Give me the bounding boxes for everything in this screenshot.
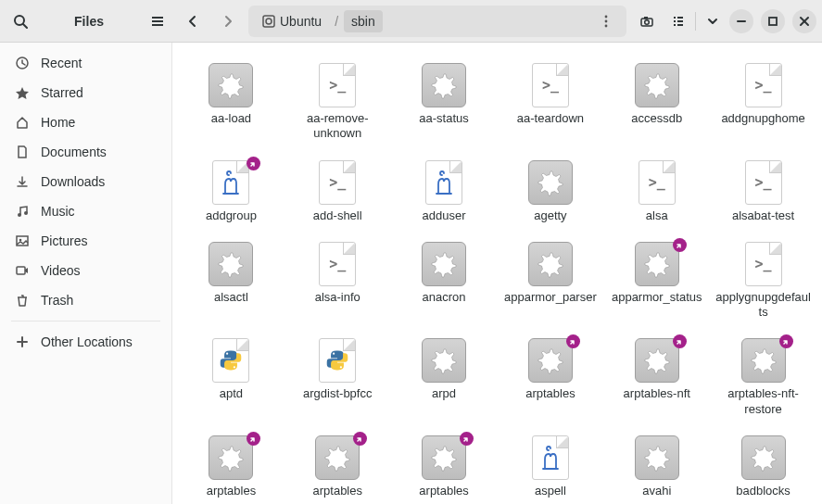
file-item[interactable]: aspell — [500, 430, 602, 504]
sidebar-item-trash[interactable]: Trash — [0, 285, 171, 315]
file-label: addgnupghome — [721, 111, 804, 126]
file-view[interactable]: aa-load>_aa-remove-unknownaa-status>_aa-… — [172, 43, 822, 504]
forward-button[interactable] — [213, 6, 243, 36]
symlink-badge-icon — [566, 334, 580, 348]
plus-icon — [15, 334, 30, 349]
sidebar-item-videos[interactable]: Videos — [0, 256, 171, 285]
executable-icon — [209, 63, 253, 107]
sidebar-item-documents[interactable]: Documents — [0, 137, 171, 167]
path-root[interactable]: Ubuntu — [254, 10, 329, 32]
file-label: apparmor_status — [612, 290, 702, 305]
file-label: alsa — [646, 208, 668, 223]
file-item[interactable]: arptables-nft-restore — [712, 333, 815, 422]
sidebar-item-downloads[interactable]: Downloads — [0, 167, 171, 196]
hamburger-button[interactable] — [143, 6, 172, 36]
file-label: arptables-nft — [624, 386, 690, 401]
file-label: arptables — [207, 484, 256, 498]
file-item[interactable]: arptables — [286, 430, 389, 504]
view-list-button[interactable] — [667, 6, 689, 36]
symlink-badge-icon — [247, 432, 260, 446]
sidebar-item-music[interactable]: Music — [0, 196, 171, 226]
separator — [695, 12, 696, 31]
file-item[interactable]: aa-status — [393, 57, 496, 147]
sidebar-item-starred[interactable]: Starred — [0, 78, 171, 107]
shell-script-icon: >_ — [745, 160, 782, 205]
file-item[interactable]: >_alsabat-test — [712, 155, 815, 229]
vid-icon — [15, 263, 30, 278]
sidebar-item-label: Trash — [41, 293, 73, 308]
file-item[interactable]: agetty — [500, 155, 602, 229]
sidebar-other-label: Other Locations — [41, 334, 133, 349]
file-item[interactable]: apparmor_parser — [500, 236, 602, 326]
file-item[interactable]: >_aa-teardown — [500, 57, 602, 147]
file-item[interactable]: adduser — [393, 155, 496, 229]
file-item[interactable]: anacron — [393, 236, 496, 326]
path-menu-button[interactable] — [591, 6, 621, 36]
file-item[interactable]: addgroup — [180, 155, 283, 229]
file-item[interactable]: apparmor_status — [605, 236, 708, 326]
sidebar-item-label: Recent — [41, 56, 82, 70]
file-label: applygnupgdefaults — [715, 290, 812, 321]
file-item[interactable]: arptables — [180, 430, 283, 504]
sidebar-item-pictures[interactable]: Pictures — [0, 226, 171, 256]
sidebar-item-label: Music — [41, 204, 75, 219]
close-button[interactable] — [792, 9, 816, 33]
file-label: arptables — [419, 484, 468, 498]
minimize-button[interactable] — [729, 9, 753, 33]
file-label: arptables — [525, 386, 575, 401]
file-label: aspell — [535, 484, 566, 498]
file-label: add-shell — [313, 208, 362, 223]
view-options-button[interactable] — [702, 6, 724, 36]
maximize-button[interactable] — [761, 9, 785, 33]
file-item[interactable]: >_aa-remove-unknown — [286, 57, 389, 147]
file-item[interactable]: alsactl — [180, 236, 283, 326]
file-label: alsabat-test — [732, 208, 794, 223]
file-label: adduser — [423, 208, 466, 223]
file-item[interactable]: arptables — [500, 333, 602, 422]
executable-icon — [528, 160, 573, 205]
executable-icon — [635, 435, 679, 480]
shell-script-icon: >_ — [532, 63, 569, 107]
file-item[interactable]: aptd — [180, 333, 283, 422]
file-label: argdist-bpfcc — [303, 386, 372, 401]
path-current[interactable]: sbin — [344, 10, 383, 32]
shell-script-icon: >_ — [745, 242, 782, 286]
file-label: aa-status — [419, 111, 468, 126]
file-item[interactable]: arpd — [393, 333, 496, 422]
file-item[interactable]: avahi — [605, 430, 708, 504]
file-label: agetty — [534, 208, 566, 223]
perl-script-icon — [425, 160, 462, 205]
executable-icon — [422, 63, 466, 107]
trash-icon — [15, 293, 30, 308]
back-button[interactable] — [178, 6, 208, 36]
sidebar-item-label: Starred — [41, 85, 83, 100]
file-item[interactable]: accessdb — [605, 57, 708, 147]
file-item[interactable]: badblocks — [712, 430, 815, 504]
file-item[interactable]: aa-load — [180, 57, 283, 147]
file-item[interactable]: >_alsa-info — [286, 236, 389, 326]
sidebar-other-locations[interactable]: Other Locations — [0, 327, 171, 357]
file-label: accessdb — [631, 111, 682, 126]
file-item[interactable]: argdist-bpfcc — [286, 333, 389, 422]
doc-icon — [15, 145, 30, 159]
screenshot-button[interactable] — [632, 6, 662, 36]
file-item[interactable]: >_addgnupghome — [712, 57, 815, 147]
search-button[interactable] — [6, 6, 35, 36]
file-item[interactable]: >_applygnupgdefaults — [712, 236, 815, 326]
file-label: arptables — [313, 484, 362, 498]
file-item[interactable]: >_alsa — [605, 155, 708, 229]
file-label: arpd — [432, 386, 456, 401]
sidebar-item-recent[interactable]: Recent — [0, 48, 171, 78]
file-item[interactable]: >_add-shell — [286, 155, 389, 229]
executable-icon — [422, 242, 466, 286]
file-item[interactable]: arptables — [393, 430, 496, 504]
executable-icon — [209, 242, 253, 286]
shell-script-icon: >_ — [319, 63, 356, 107]
file-label: aa-remove-unknown — [289, 111, 386, 142]
file-item[interactable]: arptables-nft — [605, 333, 708, 422]
executable-icon — [528, 242, 573, 286]
sidebar-item-home[interactable]: Home — [0, 107, 171, 137]
shell-script-icon: >_ — [745, 63, 782, 107]
path-root-label: Ubuntu — [280, 14, 322, 29]
file-label: addgroup — [206, 208, 257, 223]
